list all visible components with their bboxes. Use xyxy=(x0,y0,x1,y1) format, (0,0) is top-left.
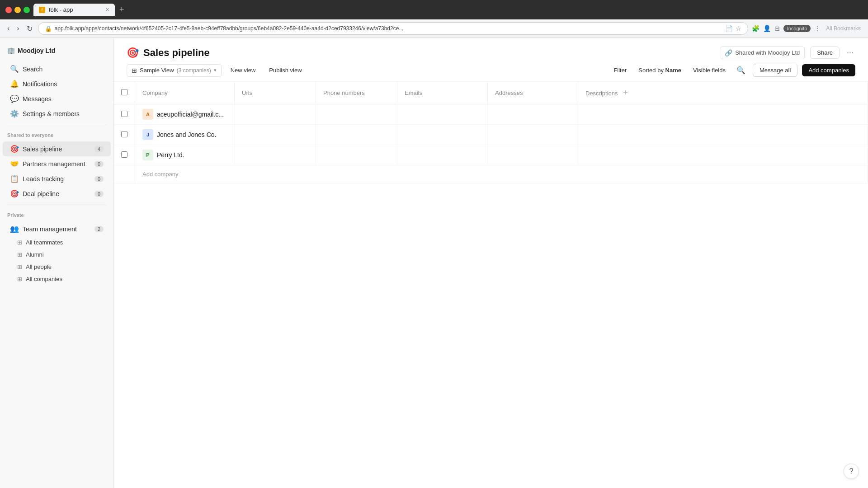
reload-button[interactable]: ↻ xyxy=(25,23,34,35)
sidebar-item-all-teammates[interactable]: ⊞ All teammates xyxy=(3,236,111,249)
select-all-checkbox[interactable] xyxy=(121,89,127,95)
view-selector-button[interactable]: ⊞ Sample View (3 companies) ▾ xyxy=(127,64,222,77)
team-management-badge: 2 xyxy=(94,226,104,232)
all-companies-icon: ⊞ xyxy=(17,276,22,282)
close-window-button[interactable] xyxy=(5,7,12,13)
sidebar-nav-section: 🔍 Search 🔔 Notifications 💬 Messages ⚙️ S… xyxy=(0,61,113,121)
active-tab[interactable]: f folk - app ✕ xyxy=(33,4,115,16)
tab-close-button[interactable]: ✕ xyxy=(105,7,109,13)
sorted-by-prefix: Sorted by xyxy=(638,67,664,74)
sidebar-item-all-companies[interactable]: ⊞ All companies xyxy=(3,273,111,285)
deal-badge: 0 xyxy=(94,191,104,197)
sidebar-toggle-icon[interactable]: ⊟ xyxy=(774,25,780,32)
table-row[interactable]: A aceupofficial@gmail.c... xyxy=(114,104,868,125)
add-company-row: Add company xyxy=(114,165,868,183)
extension-icon[interactable]: 🧩 xyxy=(752,25,760,32)
menu-icon[interactable]: ⋮ xyxy=(814,25,821,32)
alumni-icon: ⊞ xyxy=(17,251,22,258)
alumni-label: Alumni xyxy=(26,251,44,258)
visible-fields-button[interactable]: Visible fields xyxy=(689,65,729,76)
table-row[interactable]: J Jones and Jones Co. xyxy=(114,125,868,145)
addr-col-header: Addresses xyxy=(488,82,578,104)
sidebar-shared-section: 🎯 Sales pipeline 4 🤝 Partners management… xyxy=(0,141,113,201)
company-avatar: A xyxy=(142,109,153,120)
company-name: Perry Ltd. xyxy=(157,151,184,159)
add-company-button[interactable]: Add company xyxy=(142,169,179,179)
page-title-row: 🎯 Sales pipeline xyxy=(127,47,210,59)
sidebar-item-leads[interactable]: 📋 Leads tracking 0 xyxy=(3,171,111,186)
profile-icon[interactable]: 👤 xyxy=(763,25,771,32)
company-avatar: P xyxy=(142,150,153,160)
email-cell xyxy=(397,145,488,165)
sidebar-item-alumni[interactable]: ⊞ Alumni xyxy=(3,249,111,261)
sidebar-item-search[interactable]: 🔍 Search xyxy=(3,61,111,76)
read-mode-icon[interactable]: 📄 xyxy=(725,25,733,32)
new-tab-button[interactable]: + xyxy=(117,4,127,15)
maximize-window-button[interactable] xyxy=(24,7,30,13)
new-view-button[interactable]: New view xyxy=(226,65,260,76)
bookmark-icon[interactable]: ☆ xyxy=(736,25,741,32)
add-column-button[interactable]: + xyxy=(619,86,632,99)
notifications-icon: 🔔 xyxy=(10,80,19,88)
forward-button[interactable]: › xyxy=(15,23,21,34)
row-checkbox[interactable] xyxy=(121,131,127,137)
add-companies-button[interactable]: Add companies xyxy=(802,64,855,76)
shared-badge: 🔗 Shared with Moodjoy Ltd xyxy=(720,47,805,59)
sort-button[interactable]: Sorted by Name xyxy=(635,65,685,76)
view-name: Sample View xyxy=(140,67,174,74)
urls-cell xyxy=(235,145,316,165)
urls-col-header: Urls xyxy=(235,82,316,104)
all-people-label: All people xyxy=(26,263,52,270)
company-col-header: Company xyxy=(135,82,235,104)
window-controls xyxy=(5,7,30,13)
table-container: Company Urls Phone numbers Emails Addres xyxy=(114,82,868,488)
sidebar-item-all-people[interactable]: ⊞ All people xyxy=(3,261,111,273)
back-button[interactable]: ‹ xyxy=(5,23,11,34)
sidebar-item-partners[interactable]: 🤝 Partners management 0 xyxy=(3,156,111,171)
sidebar: 🏢 Moodjoy Ltd 🔍 Search 🔔 Notifications 💬… xyxy=(0,38,114,488)
row-checkbox[interactable] xyxy=(121,111,127,117)
bookmarks-bar-label: All Bookmarks xyxy=(824,25,863,32)
incognito-badge: Incognito xyxy=(783,25,811,32)
all-companies-label: All companies xyxy=(26,276,62,282)
company-avatar: J xyxy=(142,129,153,140)
row-checkbox[interactable] xyxy=(121,151,127,158)
header-right: 🔗 Shared with Moodjoy Ltd Share ··· xyxy=(720,46,855,59)
deal-label: Deal pipeline xyxy=(23,190,91,197)
table-search-button[interactable]: 🔍 xyxy=(734,64,748,76)
companies-table: Company Urls Phone numbers Emails Addres xyxy=(114,82,868,183)
description-cell xyxy=(578,125,868,145)
address-cell xyxy=(488,125,578,145)
share-button[interactable]: Share xyxy=(810,47,840,59)
help-button[interactable]: ? xyxy=(844,464,859,479)
address-bar[interactable]: 🔒 app.folk.app/apps/contacts/network/4f6… xyxy=(38,22,748,35)
partners-badge: 0 xyxy=(94,161,104,167)
minimize-window-button[interactable] xyxy=(14,7,21,13)
share-status-icon: 🔗 xyxy=(725,49,732,56)
sidebar-messages-label: Messages xyxy=(23,95,104,103)
sidebar-item-deal[interactable]: 🎯 Deal pipeline 0 xyxy=(3,186,111,201)
settings-icon: ⚙️ xyxy=(10,109,19,118)
row-checkbox-cell xyxy=(114,125,135,145)
sidebar-item-messages[interactable]: 💬 Messages xyxy=(3,91,111,106)
more-options-button[interactable]: ··· xyxy=(845,46,855,59)
all-teammates-label: All teammates xyxy=(26,239,63,246)
shared-section-label: Shared to everyone xyxy=(0,129,113,140)
sorted-by-field: Name xyxy=(665,67,681,74)
publish-view-button[interactable]: Publish view xyxy=(264,65,306,76)
tab-bar: f folk - app ✕ + xyxy=(33,4,863,16)
filter-button[interactable]: Filter xyxy=(610,65,630,76)
workspace-label[interactable]: 🏢 Moodjoy Ltd xyxy=(0,43,113,60)
select-all-col xyxy=(114,82,135,104)
partners-label: Partners management xyxy=(23,160,91,168)
table-row[interactable]: P Perry Ltd. xyxy=(114,145,868,165)
email-cell xyxy=(397,125,488,145)
message-all-button[interactable]: Message all xyxy=(753,64,797,77)
company-cell: J Jones and Jones Co. xyxy=(135,125,235,145)
sidebar-item-sales-pipeline[interactable]: 🎯 Sales pipeline 4 xyxy=(3,141,111,156)
sidebar-item-notifications[interactable]: 🔔 Notifications xyxy=(3,76,111,91)
sidebar-item-team-management[interactable]: 👥 Team management 2 xyxy=(3,221,111,236)
workspace-icon: 🏢 xyxy=(7,47,15,54)
sidebar-item-settings[interactable]: ⚙️ Settings & members xyxy=(3,106,111,121)
sales-pipeline-badge: 4 xyxy=(94,146,104,152)
